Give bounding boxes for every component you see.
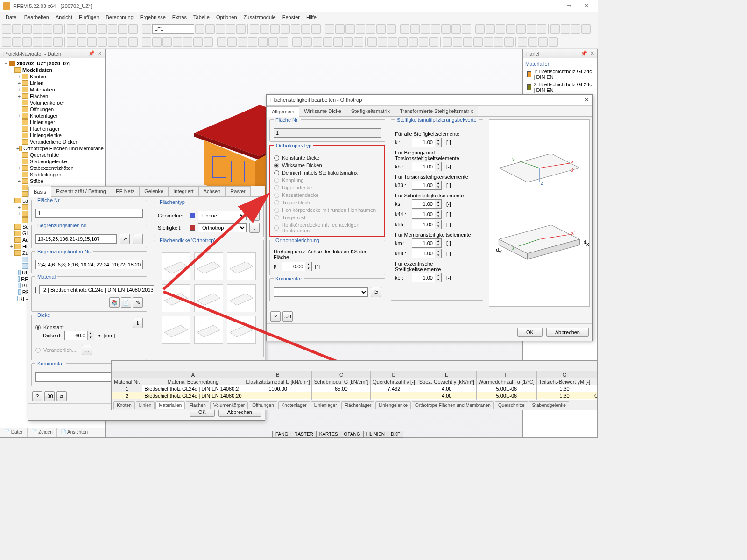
table-tab[interactable]: Flächen [186, 401, 209, 409]
toolbar-button[interactable] [193, 37, 203, 47]
table-tab[interactable]: Querschnitte [495, 401, 528, 409]
toolbar-button[interactable] [227, 37, 237, 47]
toolbar-button[interactable] [538, 37, 548, 47]
table-tab[interactable]: Linienlager [311, 401, 340, 409]
menu-hilfe[interactable]: Hilfe [303, 14, 319, 21]
table-toolbar-button[interactable] [282, 362, 290, 370]
toolbar-button[interactable] [291, 24, 300, 34]
toolbar-button[interactable] [258, 37, 268, 47]
table-tab[interactable]: Öffnungen [249, 401, 277, 409]
toolbar-button[interactable] [118, 37, 127, 47]
table-toolbar-button[interactable] [207, 362, 215, 370]
menu-berechnung[interactable]: Berechnung [103, 14, 136, 21]
k-input[interactable] [412, 164, 435, 169]
table-tab[interactable]: Stabendgelenke [529, 401, 569, 409]
table-tab[interactable]: Linien [136, 401, 155, 409]
tree-item[interactable]: +Stabexzentrizitäten [1, 165, 104, 171]
tree-item[interactable]: Öffnungen [1, 106, 104, 112]
toolbar-button[interactable] [387, 24, 396, 34]
toolbar-button[interactable] [268, 37, 278, 47]
units-icon[interactable]: .00 [44, 391, 55, 401]
toolbar-button[interactable] [195, 24, 204, 34]
table-tab[interactable]: Orthotrope Flächen und Membranen [412, 401, 494, 409]
toolbar-button[interactable] [205, 24, 215, 34]
toolbar-button[interactable] [216, 24, 225, 34]
tree-item[interactable]: Liniengelenke [1, 132, 104, 139]
k-input[interactable] [412, 140, 435, 145]
toolbar-button[interactable] [419, 37, 428, 47]
tab[interactable]: Wirksame Dicke [299, 106, 346, 116]
toolbar-button[interactable] [226, 24, 235, 34]
toolbar-button[interactable] [410, 24, 420, 34]
table-tab[interactable]: Knoten [113, 401, 135, 409]
toolbar-button[interactable] [152, 37, 162, 47]
table-tab[interactable]: Flächenlager [341, 401, 375, 409]
tree-item[interactable]: Querschnitte [1, 152, 104, 158]
stiffness-edit-icon[interactable]: … [249, 223, 260, 233]
toolbar-button[interactable] [345, 24, 355, 34]
tab[interactable]: Raster [225, 186, 250, 196]
tab[interactable]: Transformierte Steifigkeitsmatrix [395, 106, 478, 116]
thickness-input[interactable] [65, 333, 87, 338]
toolbar-button[interactable] [238, 37, 247, 47]
menu-zusatzmodule[interactable]: Zusatzmodule [241, 14, 279, 21]
thumbnail[interactable] [194, 316, 223, 344]
tree-item[interactable]: +Flächen [1, 93, 104, 99]
list-icon[interactable]: ≡ [133, 234, 143, 244]
table-toolbar-button[interactable] [160, 362, 169, 370]
toolbar-button[interactable] [486, 24, 495, 34]
table-tabs[interactable]: KnotenLinienMaterialienFlächenVolumenkör… [112, 400, 597, 410]
thumbnail[interactable] [162, 252, 190, 280]
table-tab[interactable]: Volumenkörper [210, 401, 248, 409]
stiffness-select[interactable]: Orthotrop [198, 223, 247, 232]
toolbar-button[interactable] [323, 37, 332, 47]
table-toolbar-button[interactable] [291, 362, 299, 370]
toolbar-button[interactable] [33, 24, 42, 34]
toolbar-button[interactable] [409, 37, 418, 47]
dialog-tabs[interactable]: BasisExzentrizität / BettungFE-NetzGelen… [28, 186, 265, 197]
toolbar-button[interactable] [484, 37, 493, 47]
tree-item[interactable]: +Materialien [1, 86, 104, 93]
toolbar-button[interactable] [333, 37, 343, 47]
nav-tab[interactable]: 📄 Ansichten [57, 428, 92, 437]
toolbar-button[interactable] [87, 37, 97, 47]
tree-item[interactable]: Linienlager [1, 119, 104, 126]
toolbar-button[interactable] [67, 24, 76, 34]
toolbar-button[interactable] [250, 24, 259, 34]
tree-item[interactable]: +Knotenlager [1, 112, 104, 119]
toolbar-button[interactable] [12, 24, 21, 34]
tab[interactable]: Steifigkeitsmatrix [346, 106, 395, 116]
toolbar-button[interactable] [183, 37, 192, 47]
units-icon[interactable]: .00 [282, 311, 293, 322]
toolbar-button[interactable] [67, 37, 76, 47]
help-icon[interactable]: ? [32, 391, 42, 401]
table-toolbar-button[interactable] [263, 362, 271, 370]
table-toolbar-button[interactable] [226, 362, 234, 370]
k-input[interactable] [412, 222, 435, 227]
table-toolbar-button[interactable] [113, 362, 122, 370]
toolbar-button[interactable] [528, 37, 537, 47]
table-toolbar-button[interactable] [188, 362, 197, 370]
toolbar-button[interactable] [431, 24, 440, 34]
toolbar-button[interactable] [248, 37, 257, 47]
geometry-select[interactable]: Ebene [198, 211, 247, 220]
toolbar-button[interactable] [325, 24, 334, 34]
menu-einfügen[interactable]: Einfügen [76, 14, 102, 21]
menu-optionen[interactable]: Optionen [213, 14, 240, 21]
close-icon[interactable]: ✕ [585, 97, 589, 103]
tree-item[interactable]: −Modelldaten [1, 67, 104, 73]
toolbar-button[interactable] [451, 24, 461, 34]
material-lib-icon[interactable]: 📚 [109, 297, 120, 308]
toolbar-button[interactable] [33, 37, 42, 47]
cancel-button[interactable]: Abbrechen [546, 328, 589, 337]
material-edit-icon[interactable]: ✎ [133, 297, 143, 308]
toolbar-button[interactable] [118, 24, 127, 34]
tab[interactable]: Basis [28, 187, 51, 197]
table-toolbar-button[interactable] [235, 362, 243, 370]
toolbar-button[interactable] [344, 37, 353, 47]
table-toolbar-button[interactable] [310, 362, 318, 370]
table-tab[interactable]: Liniengelenke [375, 401, 411, 409]
toolbar-button[interactable] [311, 24, 321, 34]
tree-item[interactable]: Veränderliche Dicken [1, 139, 104, 145]
toolbar-button[interactable] [549, 37, 558, 47]
